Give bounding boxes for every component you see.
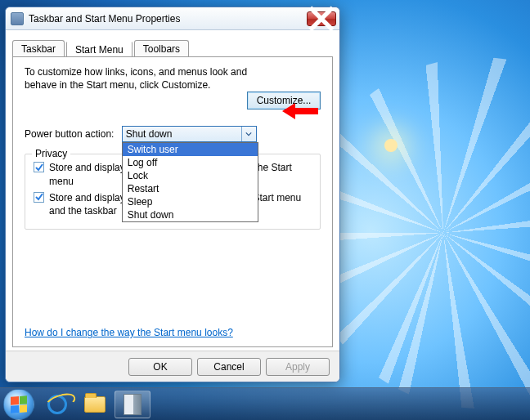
tab-taskbar[interactable]: Taskbar [12, 40, 65, 58]
windows-logo-icon [11, 395, 27, 413]
checkbox-store-programs[interactable] [34, 162, 44, 172]
option-lock[interactable]: Lock [123, 169, 258, 182]
properties-window: Taskbar and Start Menu Properties Taskba… [5, 7, 340, 382]
taskbar-item-ie[interactable] [39, 391, 75, 418]
option-switch-user[interactable]: Switch user [123, 143, 258, 156]
taskbar-item-explorer[interactable] [77, 391, 113, 418]
ok-button[interactable]: OK [128, 358, 192, 376]
power-button-dropdown[interactable]: Shut down Switch user Log off Lock Resta… [122, 126, 257, 142]
option-restart[interactable]: Restart [123, 182, 258, 195]
start-button[interactable] [3, 389, 34, 420]
dialog-button-bar: OK Cancel Apply [6, 351, 339, 382]
tab-row: Taskbar Start Menu Toolbars [12, 40, 333, 56]
titlebar[interactable]: Taskbar and Start Menu Properties [6, 7, 339, 30]
help-link[interactable]: How do I change the way the Start menu l… [25, 327, 233, 338]
tab-panel-start-menu: To customize how links, icons, and menus… [12, 56, 333, 347]
checkbox-store-items[interactable] [34, 192, 44, 203]
red-arrow-icon [281, 101, 318, 121]
option-sleep[interactable]: Sleep [123, 195, 258, 208]
power-button-value: Shut down [123, 127, 256, 141]
taskbar [0, 387, 530, 420]
privacy-legend: Privacy [32, 148, 70, 159]
window-icon [11, 12, 24, 25]
option-log-off[interactable]: Log off [123, 156, 258, 169]
close-button[interactable] [307, 11, 336, 26]
option-shut-down[interactable]: Shut down [123, 208, 258, 221]
tab-toolbars[interactable]: Toolbars [134, 40, 189, 58]
close-icon [308, 5, 335, 33]
taskbar-item-properties[interactable] [115, 391, 150, 418]
power-button-row: Power button action: Shut down Switch us… [25, 109, 321, 142]
window-title: Taskbar and Start Menu Properties [29, 13, 307, 25]
power-button-dropdown-list: Switch user Log off Lock Restart Sleep S… [122, 142, 258, 222]
properties-icon [124, 394, 141, 415]
cancel-button[interactable]: Cancel [197, 358, 261, 376]
folder-icon [84, 396, 106, 413]
desktop: Taskbar and Start Menu Properties Taskba… [0, 0, 530, 420]
chevron-down-icon [241, 127, 256, 141]
internet-explorer-icon [47, 395, 67, 414]
apply-button: Apply [266, 358, 330, 376]
annotation-arrow [281, 101, 318, 123]
intro-text: To customize how links, icons, and menus… [25, 65, 254, 92]
power-button-label: Power button action: [25, 128, 114, 140]
